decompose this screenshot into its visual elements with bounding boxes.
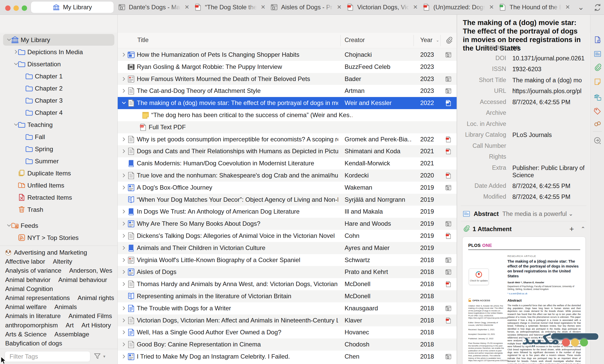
tag-alterity[interactable]: Alterity [53, 258, 72, 265]
field-extra[interactable]: Extra Publisher: Public Library of Scien… [457, 162, 590, 180]
field-issn[interactable]: ISSN 1932-6203 [457, 63, 590, 74]
field-archive[interactable]: Archive [457, 107, 590, 118]
tab-the-hound-of-the-b[interactable]: The Hound of the B ✕ [499, 0, 570, 14]
item-row[interactable]: Victorian Dogs, Victorian Men: Affect an… [118, 314, 457, 327]
item-row[interactable]: The making of a (dog) movie star: The ef… [118, 97, 457, 109]
filter-tags-input[interactable]: Filter Tags [5, 351, 90, 362]
field-doi[interactable]: DOI 10.1371/journal.pone.0261 … [457, 52, 590, 63]
close-tab-icon[interactable]: ✕ [413, 4, 418, 11]
sidebar-item-spring[interactable]: Spring [0, 143, 117, 155]
field-loc-in-archive[interactable]: Loc. in Archive [457, 118, 590, 129]
tag-animals-in-literature[interactable]: Animals in literature [5, 312, 61, 320]
twisty-icon[interactable] [121, 269, 126, 274]
sidebar-item-chapter-2[interactable]: Chapter 2 [0, 82, 117, 94]
item-row[interactable]: Aisles of DogsPrato and Kehrt2018 [118, 266, 457, 278]
twisty-icon[interactable] [121, 88, 126, 93]
tag-animal-cognition[interactable]: Animal Cognition [5, 285, 53, 293]
close-tab-icon[interactable]: ✕ [565, 4, 570, 11]
tag-animal-representations[interactable]: Animal representations [5, 294, 70, 302]
field-accessed[interactable]: Accessed 8/7/2024, 6:42:55 PM [457, 96, 590, 107]
field-short-title[interactable]: Short Title The making of a (dog) mo … [457, 74, 590, 85]
sidebar-item-chapter-1[interactable]: Chapter 1 [0, 70, 117, 82]
tag-babyfication-of-dogs[interactable]: Babyfication of dogs [5, 340, 62, 347]
chevron-down-icon[interactable]: ⌄ [568, 211, 573, 217]
item-row[interactable]: Dickens's Talking Dogs: Allegories of An… [118, 230, 457, 242]
twisty-icon[interactable] [121, 149, 126, 154]
close-tab-icon[interactable]: ✕ [185, 4, 189, 11]
field-value[interactable]: PLoS Journals [512, 131, 588, 139]
sidebar-item-chapter-4[interactable]: Chapter 4 [0, 107, 117, 119]
tag-anderson-wes[interactable]: Anderson, Wes [69, 267, 112, 274]
field-rights[interactable]: Rights [457, 151, 590, 162]
sidebar-item-dissertation[interactable]: Dissertation [0, 58, 117, 70]
tag-anthropomorphism[interactable]: anthropomorphism [5, 322, 58, 329]
field-value[interactable]: en [512, 45, 588, 51]
item-row[interactable]: In Dogs We Trust: An Anthology of Americ… [118, 206, 457, 218]
item-row[interactable]: The Trouble with Dogs for a WriterKnausg… [118, 302, 457, 314]
field-call-number[interactable]: Call Number [457, 140, 590, 151]
zoom-window-button[interactable] [22, 5, 27, 11]
tags-icon[interactable] [594, 107, 601, 115]
close-tab-icon[interactable]: ✕ [261, 4, 265, 11]
child-item-row[interactable]: “The dog hero has been critical to the s… [118, 109, 457, 121]
info-icon[interactable] [594, 36, 601, 44]
tag-art[interactable]: Art [66, 322, 74, 329]
twisty-icon[interactable] [121, 52, 126, 57]
tag-affective-labor[interactable]: Affective labor [5, 258, 45, 265]
item-row[interactable]: Why Are There So Many Books About Dogs?H… [118, 218, 457, 230]
attachments-icon[interactable] [594, 64, 601, 71]
twisty-icon[interactable] [121, 354, 126, 359]
item-row[interactable]: How Famous Writers Mourned the Death of … [118, 73, 457, 85]
item-row[interactable]: Why is pet goods consumption imperceptib… [118, 133, 457, 145]
tab-overflow-icon[interactable]: ⌄ [578, 3, 584, 12]
field-value[interactable]: 8/7/2024, 6:42:55 PM [512, 99, 588, 106]
tag-animated-films[interactable]: Animated Films [68, 312, 112, 320]
twisty-icon[interactable] [121, 342, 126, 347]
sidebar-item-nyt-top-stories[interactable]: NYT > Top Stories [0, 232, 117, 244]
sync-icon[interactable] [594, 4, 601, 11]
abstract-icon[interactable] [594, 50, 601, 58]
twisty-icon[interactable] [121, 233, 126, 238]
column-header-creator[interactable]: Creator [345, 37, 365, 44]
related-icon[interactable] [594, 120, 601, 128]
sidebar-item-retracted-items[interactable]: Retracted Items [0, 191, 117, 204]
column-divider[interactable] [440, 35, 441, 46]
twisty-icon[interactable] [121, 100, 126, 106]
twisty-icon[interactable] [121, 281, 126, 287]
column-divider[interactable] [340, 35, 341, 46]
filter-funnel-icon[interactable] [93, 352, 101, 360]
twisty-icon[interactable] [121, 185, 126, 190]
item-row[interactable]: Virginia Woolf's Little-Known Biography … [118, 254, 457, 266]
tag-arts-science[interactable]: Arts & Science [5, 331, 47, 338]
sidebar-item-depictions-in-media[interactable]: Depictions In Media [0, 46, 117, 58]
tab-dante-s-dogs-man[interactable]: Dante's Dogs - Man ✕ [118, 0, 189, 14]
item-row[interactable]: “When Your Dog Matches Your Decor”: Obje… [118, 194, 457, 206]
column-divider[interactable] [414, 35, 414, 46]
tab-aisles-of-dogs-pra[interactable]: Aisles of Dogs - Pra ✕ [270, 0, 341, 14]
sidebar-item-feeds[interactable]: Feeds [0, 220, 117, 232]
tab-victorian-dogs-vict[interactable]: Victorian Dogs, Vict ✕ [346, 0, 418, 14]
attachments-section[interactable]: 1 Attachment + ⌃ [463, 222, 585, 236]
libraries-collections-icon[interactable] [594, 94, 601, 101]
tab--un-muzzled-dogs[interactable]: (Un)muzzled: Dogs ✕ [423, 0, 494, 14]
item-row[interactable]: Thomas Hardy and Animals by Anna West, a… [118, 278, 457, 290]
column-header-title[interactable]: Title [137, 37, 149, 44]
tag-art-history[interactable]: Art History [82, 322, 111, 329]
minimize-window-button[interactable] [13, 5, 19, 11]
tag-analysis-of-variance[interactable]: Analysis of variance [5, 267, 61, 274]
item-row[interactable]: Ryan Gosling & Margot Robbie: The Puppy … [118, 61, 457, 73]
sidebar-item-duplicate-items[interactable]: Duplicate Items [0, 167, 117, 179]
item-row[interactable]: True love and the nonhuman: Shakespeare'… [118, 169, 457, 182]
field-url[interactable]: URL https://journals.plos.org/pl … [457, 85, 590, 96]
twisty-icon[interactable] [121, 257, 126, 263]
twisty-icon[interactable] [121, 306, 126, 311]
twisty-icon[interactable] [121, 209, 126, 214]
tag-animals[interactable]: Animals [54, 303, 77, 311]
item-row[interactable]: I Tried to Make My Dog an Instagram Cele… [118, 351, 457, 363]
tab--the-dog-stole-the[interactable]: “The Dog Stole the ✕ [194, 0, 265, 14]
item-row[interactable]: Canis Modernis: Human/Dog Coevolution in… [118, 157, 457, 169]
tag-animal-rights[interactable]: Animal rights [78, 294, 114, 302]
close-window-button[interactable] [5, 5, 11, 11]
item-row[interactable]: Good Boy: Canine Representation in Cinem… [118, 338, 457, 351]
twisty-icon[interactable] [121, 330, 126, 335]
